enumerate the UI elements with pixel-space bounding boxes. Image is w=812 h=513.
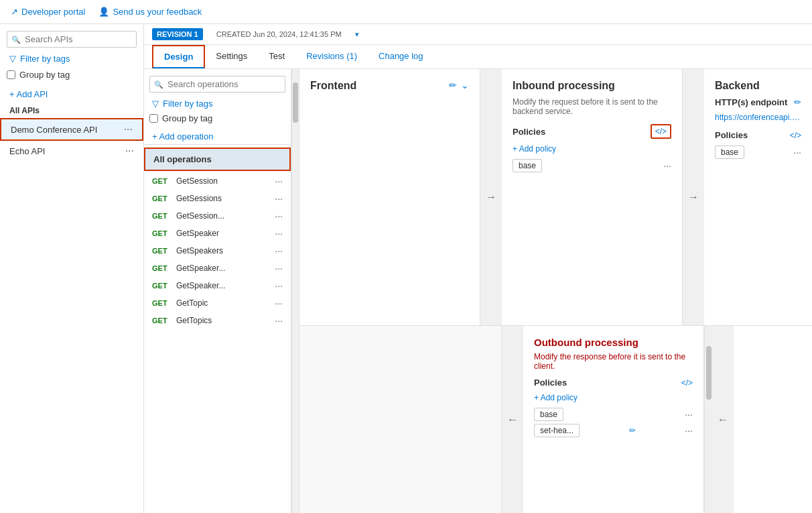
api-item-demo-dots[interactable]: ··· bbox=[124, 123, 133, 135]
top-panels: Frontend ✏ ⌄ → Inbound processing Modify… bbox=[299, 69, 812, 325]
ops-search-icon: 🔍 bbox=[154, 80, 163, 89]
tab-design[interactable]: Design bbox=[152, 45, 205, 68]
api-filter-tags[interactable]: ▽ Filter by tags bbox=[7, 52, 137, 66]
op-name-0: GetSession bbox=[176, 176, 275, 186]
backend-base-badge[interactable]: base bbox=[715, 146, 744, 159]
add-operation-button[interactable]: + Add operation bbox=[144, 129, 291, 145]
op-name-6: GetSpeaker... bbox=[176, 281, 275, 290]
revision-dropdown-icon[interactable]: ▾ bbox=[355, 30, 359, 39]
api-item-echo-name: Echo API bbox=[9, 146, 45, 156]
content-panels: 🔍 ▽ Filter by tags Group by tag + Add op… bbox=[144, 69, 812, 513]
right-scrollbar[interactable] bbox=[704, 326, 712, 513]
main-content: REVISION 1 CREATED Jun 20, 2024, 12:41:3… bbox=[144, 24, 812, 513]
inbound-code-icon[interactable]: </> bbox=[651, 124, 671, 139]
inbound-base-badge[interactable]: base bbox=[513, 159, 542, 172]
backend-code-icon[interactable]: </> bbox=[790, 131, 801, 140]
main-layout: 🔍 ▽ Filter by tags Group by tag + Add AP… bbox=[0, 24, 812, 513]
op-item-4[interactable]: GET GetSpeakers ··· bbox=[144, 242, 291, 260]
op-dots-5[interactable]: ··· bbox=[275, 263, 283, 274]
op-item-6[interactable]: GET GetSpeaker... ··· bbox=[144, 277, 291, 294]
outbound-set-hea-item: set-hea... ✏ ··· bbox=[534, 424, 693, 437]
tab-settings[interactable]: Settings bbox=[205, 46, 258, 68]
api-group-label: Group by tag bbox=[19, 70, 70, 80]
all-apis-label: All APIs bbox=[0, 102, 143, 118]
op-dots-2[interactable]: ··· bbox=[275, 211, 283, 221]
op-item-8[interactable]: GET GetTopics ··· bbox=[144, 312, 291, 329]
outbound-base-badge[interactable]: base bbox=[534, 408, 563, 421]
ops-search-input[interactable] bbox=[149, 76, 285, 93]
op-dots-4[interactable]: ··· bbox=[275, 245, 283, 256]
api-group-checkbox[interactable] bbox=[7, 70, 15, 79]
outbound-set-hea-dots[interactable]: ··· bbox=[685, 425, 693, 436]
op-item-5[interactable]: GET GetSpeaker... ··· bbox=[144, 260, 291, 277]
backend-endpoint-row: HTTP(s) endpoint ✏ bbox=[715, 97, 801, 107]
op-name-5: GetSpeaker... bbox=[176, 264, 275, 273]
all-operations-label: All operations bbox=[153, 154, 212, 164]
op-name-3: GetSpeaker bbox=[176, 229, 275, 238]
feedback-link[interactable]: 👤 Send us your feedback bbox=[98, 7, 202, 17]
ops-group-checkbox[interactable] bbox=[149, 114, 158, 123]
op-dots-0[interactable]: ··· bbox=[275, 176, 283, 186]
api-item-demo[interactable]: Demo Conference API ··· bbox=[0, 118, 143, 141]
frontend-chevron-icon[interactable]: ⌄ bbox=[461, 80, 469, 91]
tab-revisions[interactable]: Revisions (1) bbox=[295, 46, 368, 68]
bottom-spacer bbox=[299, 326, 502, 513]
left-sidebar: 🔍 ▽ Filter by tags Group by tag + Add AP… bbox=[0, 24, 144, 513]
backend-base-dots[interactable]: ··· bbox=[793, 147, 801, 158]
ops-filter-tags[interactable]: ▽ Filter by tags bbox=[149, 97, 285, 111]
api-item-echo-dots[interactable]: ··· bbox=[125, 145, 134, 157]
frontend-panel: Frontend ✏ ⌄ bbox=[299, 69, 480, 325]
outbound-panel: Outbound processing Modify the response … bbox=[523, 326, 704, 513]
op-name-1: GetSessions bbox=[176, 194, 275, 203]
middle-scrollbar[interactable] bbox=[291, 69, 299, 513]
inbound-base-dots[interactable]: ··· bbox=[663, 160, 671, 171]
feedback-icon: 👤 bbox=[98, 7, 109, 17]
inbound-desc: Modify the request before it is sent to … bbox=[513, 97, 671, 116]
op-item-2[interactable]: GET GetSession... ··· bbox=[144, 207, 291, 225]
inbound-add-policy[interactable]: + Add policy bbox=[513, 144, 671, 154]
op-dots-6[interactable]: ··· bbox=[275, 280, 283, 291]
api-filter-label: Filter by tags bbox=[20, 54, 70, 64]
outbound-policies-row: Policies </> bbox=[534, 378, 693, 388]
op-item-0[interactable]: GET GetSession ··· bbox=[144, 172, 291, 190]
api-search-input[interactable] bbox=[7, 31, 137, 48]
add-api-button[interactable]: + Add API bbox=[0, 87, 143, 102]
frontend-edit-icon[interactable]: ✏ bbox=[449, 80, 457, 91]
ops-group-tag: Group by tag bbox=[149, 113, 285, 123]
op-dots-7[interactable]: ··· bbox=[275, 298, 283, 308]
tab-changelog[interactable]: Change log bbox=[368, 46, 434, 68]
backend-endpoint-edit-icon[interactable]: ✏ bbox=[794, 97, 801, 107]
op-item-7[interactable]: GET GetTopic ··· bbox=[144, 294, 291, 312]
arrow-to-backend: → bbox=[683, 191, 704, 203]
outbound-add-policy[interactable]: + Add policy bbox=[534, 393, 693, 402]
op-method-2: GET bbox=[152, 212, 176, 220]
frontend-actions: ✏ ⌄ bbox=[449, 80, 469, 91]
op-method-3: GET bbox=[152, 229, 176, 237]
outbound-policies-label: Policies bbox=[534, 378, 567, 388]
add-op-label: + Add operation bbox=[152, 131, 213, 141]
outbound-code-icon[interactable]: </> bbox=[681, 378, 693, 388]
op-method-1: GET bbox=[152, 194, 176, 203]
revision-badge: REVISION 1 bbox=[152, 28, 203, 40]
ops-filter-label: Filter by tags bbox=[163, 99, 212, 109]
op-method-6: GET bbox=[152, 282, 176, 290]
tab-test[interactable]: Test bbox=[258, 46, 295, 68]
outbound-base-dots[interactable]: ··· bbox=[685, 409, 693, 420]
op-item-1[interactable]: GET GetSessions ··· bbox=[144, 190, 291, 207]
backend-policies-row: Policies </> bbox=[715, 130, 801, 140]
backend-endpoint-url[interactable]: https://conferenceapi.azurewebsit... bbox=[715, 113, 801, 122]
op-dots-8[interactable]: ··· bbox=[275, 315, 283, 326]
backend-bottom-spacer bbox=[734, 326, 812, 513]
api-item-echo[interactable]: Echo API ··· bbox=[0, 141, 143, 161]
inbound-policies-label: Policies bbox=[513, 127, 545, 137]
outbound-set-hea-badge[interactable]: set-hea... bbox=[534, 424, 580, 437]
dev-portal-link[interactable]: ↗ Developer portal bbox=[11, 7, 85, 17]
outbound-set-hea-edit[interactable]: ✏ bbox=[629, 426, 636, 435]
backend-panel: Backend HTTP(s) endpoint ✏ https://confe… bbox=[704, 69, 812, 325]
all-operations-item[interactable]: All operations bbox=[144, 148, 291, 171]
op-name-7: GetTopic bbox=[176, 298, 275, 308]
scrollbar-thumb bbox=[293, 82, 298, 123]
op-dots-1[interactable]: ··· bbox=[275, 193, 283, 204]
op-dots-3[interactable]: ··· bbox=[275, 228, 283, 239]
op-item-3[interactable]: GET GetSpeaker ··· bbox=[144, 225, 291, 242]
